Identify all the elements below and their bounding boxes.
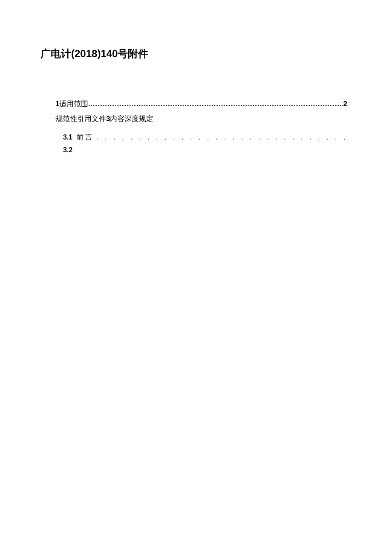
toc-page-number: 2 xyxy=(343,100,347,108)
toc-entry-prefix: 规范性引用文件 xyxy=(55,115,106,123)
toc-entry-1: 1适用范围 2 xyxy=(55,99,347,109)
toc-entry-label: 前言 xyxy=(77,133,94,142)
table-of-contents: 1适用范围 2 规范性引用文件3内容深度规定 3.1 前言 . . . . . … xyxy=(40,99,352,154)
toc-entry-label: 适用范围 xyxy=(59,99,88,109)
toc-entry-2: 规范性引用文件3内容深度规定 xyxy=(55,114,347,124)
document-title: 广电计(2018)140号附件 xyxy=(40,47,352,61)
toc-leader-dots xyxy=(89,105,342,106)
toc-leader-dots: . . . . . . . . . . . . . . . . . . . . … xyxy=(96,134,347,141)
toc-entry-number: 1 xyxy=(55,100,59,108)
toc-entry-number: 3.1 xyxy=(63,134,72,141)
toc-entry-4: 3.2 xyxy=(55,146,347,154)
toc-entry-3: 3.1 前言 . . . . . . . . . . . . . . . . .… xyxy=(55,133,347,142)
toc-entry-number: 3.2 xyxy=(63,146,72,154)
toc-entry-suffix: 内容深度规定 xyxy=(110,115,153,123)
document-page: 广电计(2018)140号附件 1适用范围 2 规范性引用文件3内容深度规定 3… xyxy=(0,0,392,154)
